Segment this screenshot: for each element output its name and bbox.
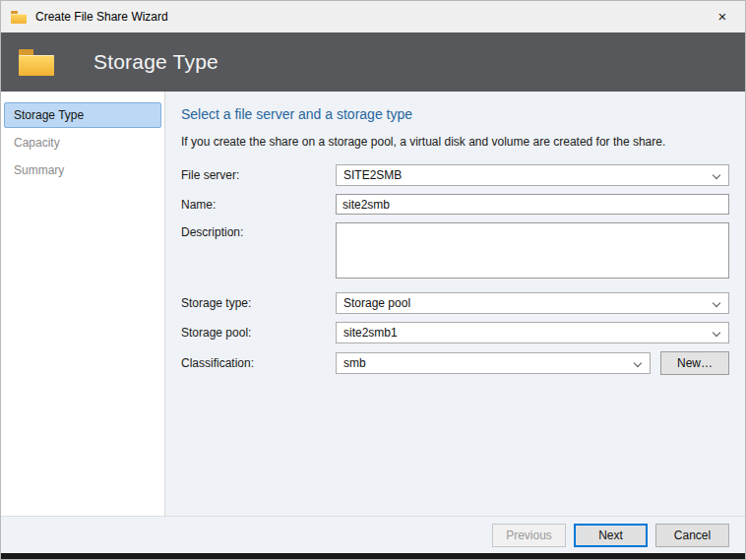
storage-type-label: Storage type: (181, 296, 336, 310)
new-classification-button[interactable]: New… (660, 351, 729, 375)
next-button[interactable]: Next (574, 524, 648, 547)
sidebar-item-capacity[interactable]: Capacity (4, 130, 161, 156)
bottom-strip (1, 553, 745, 560)
sidebar-item-label: Summary (14, 163, 64, 177)
file-server-select[interactable]: SITE2SMB (336, 164, 729, 186)
name-input[interactable] (336, 194, 729, 215)
title-bar: Create File Share Wizard × (1, 1, 745, 32)
form-row-file-server: File server: SITE2SMB (181, 164, 729, 186)
wizard-steps-sidebar: Storage Type Capacity Summary (1, 92, 165, 516)
wizard-folder-icon (11, 11, 27, 24)
form-row-description: Description: (181, 222, 729, 279)
form-row-storage-type: Storage type: Storage pool (181, 292, 729, 314)
previous-button[interactable]: Previous (492, 524, 566, 547)
section-heading: Select a file server and a storage type (181, 106, 729, 122)
page-title: Storage Type (93, 50, 218, 74)
sidebar-item-summary[interactable]: Summary (4, 157, 161, 183)
name-label: Name: (181, 198, 336, 212)
cancel-button[interactable]: Cancel (655, 524, 729, 547)
file-server-value: SITE2SMB (343, 168, 402, 182)
form-row-name: Name: (181, 194, 729, 215)
chevron-down-icon (713, 329, 720, 337)
sidebar-item-label: Storage Type (14, 108, 84, 122)
classification-label: Classification: (181, 356, 336, 370)
form-row-classification: Classification: smb New… (181, 351, 729, 375)
window-title: Create File Share Wizard (35, 10, 168, 24)
main-content: Select a file server and a storage type … (165, 92, 745, 516)
form-row-storage-pool: Storage pool: site2smb1 (181, 322, 729, 343)
description-label: Description: (181, 222, 336, 239)
classification-value: smb (343, 356, 366, 370)
storage-pool-select[interactable]: site2smb1 (336, 322, 729, 343)
description-textarea[interactable] (336, 222, 729, 279)
storage-type-select[interactable]: Storage pool (336, 292, 729, 314)
sidebar-item-label: Capacity (14, 136, 60, 150)
chevron-down-icon (713, 171, 720, 179)
chevron-down-icon (713, 299, 720, 307)
create-file-share-wizard-window: Create File Share Wizard × Storage Type … (0, 0, 746, 560)
close-icon[interactable]: × (700, 1, 745, 32)
footer-bar: Previous Next Cancel (1, 516, 745, 553)
sidebar-item-storage-type[interactable]: Storage Type (4, 102, 161, 128)
classification-select[interactable]: smb (336, 352, 651, 374)
wizard-body: Storage Type Capacity Summary Select a f… (1, 92, 745, 516)
file-server-label: File server: (181, 168, 336, 182)
section-description: If you create the share on a storage poo… (181, 135, 729, 149)
header-banner: Storage Type (1, 32, 745, 92)
storage-pool-label: Storage pool: (181, 326, 336, 340)
storage-folder-icon (19, 49, 54, 76)
storage-type-value: Storage pool (343, 296, 410, 310)
storage-pool-value: site2smb1 (343, 326, 398, 340)
chevron-down-icon (634, 359, 642, 367)
